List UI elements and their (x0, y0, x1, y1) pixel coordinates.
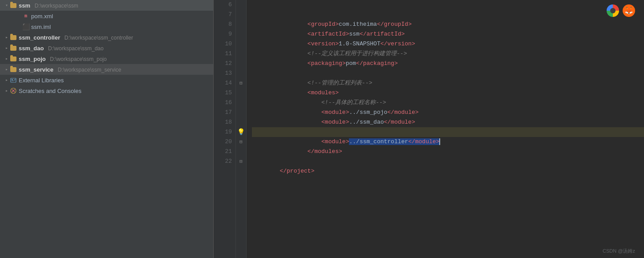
gutter-16 (236, 98, 246, 108)
spacer (16, 13, 22, 19)
code-line-6 (252, 0, 644, 10)
svg-rect-1 (12, 79, 13, 80)
ssm-pojo-label: ssm_pojo D:\workspace\ssm_pojo (19, 56, 107, 62)
code-line-19[interactable]: <module>../ssm_controller</module> (252, 127, 644, 137)
browser-icons: 🦊 (607, 4, 635, 17)
code-line-15: <!--具体的工程名称--> (252, 88, 644, 98)
ssm-label: ssm D:\workspace\ssm (19, 2, 78, 9)
scratches-label: Scratches and Consoles (19, 88, 81, 94)
code-line-17: <module>../ssm_dao</module> (252, 108, 644, 117)
chevron-ssm-dao (4, 45, 10, 51)
line-num-15: 15 (214, 88, 232, 98)
line-num-11: 11 (214, 49, 232, 59)
svg-rect-5 (14, 80, 15, 81)
gutter-8 (236, 20, 246, 29)
gutter-15 (236, 88, 246, 98)
chevron-ssm-pojo (4, 56, 10, 62)
line-num-22: 22 (214, 157, 232, 166)
line-num-9: 9 (214, 29, 232, 39)
line-num-6: 6 (214, 0, 232, 10)
sidebar-item-iml[interactable]: ⬛ ssm.iml (0, 21, 213, 32)
chevron-ssm-service (4, 66, 10, 73)
gutter-11 (236, 49, 246, 59)
code-line-12 (252, 59, 644, 69)
code-line-10: <!--定义该工程用于进行构建管理--> (252, 39, 644, 49)
gutter-7 (236, 10, 246, 20)
code-line-16: <module>../ssm_pojo</module> (252, 98, 644, 108)
scratches-icon (10, 87, 17, 94)
line-num-17: 17 (214, 108, 232, 117)
code-line-11: <packaging>pom</packaging> (252, 49, 644, 59)
code-line-7: <groupId>com.itheima</groupId> (252, 10, 644, 20)
gutter-12 (236, 59, 246, 69)
fold-icon-22[interactable]: ⊟ (239, 157, 243, 166)
code-line-8: <artifactId>ssm</artifactId> (252, 20, 644, 29)
code-line-22: </project> (252, 157, 644, 166)
sidebar-item-pom[interactable]: m pom.xml (0, 11, 213, 21)
folder-icon-ssm (10, 2, 17, 9)
gutter-20: ⊟ (236, 137, 246, 147)
sidebar-item-ssm-controller[interactable]: ssm_controller D:\workspace\ssm_controll… (0, 32, 213, 43)
gutter-17 (236, 108, 246, 117)
chrome-icon[interactable] (607, 4, 619, 17)
fold-icon-14[interactable]: ⊟ (239, 78, 243, 88)
gutter-19: 💡 (236, 127, 246, 137)
sidebar-item-ssm-dao[interactable]: ssm_dao D:\workspace\ssm_dao (0, 43, 213, 53)
line-num-10: 10 (214, 39, 232, 49)
gutter-9 (236, 29, 246, 39)
code-line-20: </modules> (252, 137, 644, 147)
folder-icon-ssm-dao (10, 44, 17, 52)
code-editor: 6 7 8 9 10 11 12 13 14 15 16 17 18 19 20… (214, 0, 644, 258)
code-content[interactable]: <groupId>com.itheima</groupId> <artifact… (247, 0, 644, 258)
svg-rect-0 (11, 78, 16, 82)
svg-rect-2 (12, 81, 14, 81)
svg-rect-4 (14, 79, 16, 80)
line-num-20: 20 (214, 137, 232, 147)
line-num-21: 21 (214, 147, 232, 157)
gutter-22: ⊟ (236, 157, 246, 166)
external-lib-icon (10, 77, 17, 84)
sidebar-item-ssm-pojo[interactable]: ssm_pojo D:\workspace\ssm_pojo (0, 53, 213, 64)
line-num-18: 18 (214, 117, 232, 127)
sidebar-item-external-libraries[interactable]: External Libraries (0, 75, 213, 85)
line-num-12: 12 (214, 59, 232, 69)
pom-file-icon: m (22, 12, 29, 20)
line-numbers: 6 7 8 9 10 11 12 13 14 15 16 17 18 19 20… (214, 0, 236, 258)
credit-text: CSDN @汤姆z (603, 248, 635, 254)
line-num-13: 13 (214, 69, 232, 78)
folder-icon-ssm-pojo (10, 55, 17, 62)
project-sidebar: ssm D:\workspace\ssm m pom.xml ⬛ ssm.iml… (0, 0, 214, 258)
iml-label: ssm.iml (31, 24, 51, 30)
gutter-13 (236, 69, 246, 78)
svg-rect-3 (14, 78, 14, 82)
code-line-14: <modules> (252, 78, 644, 88)
sidebar-item-ssm-service[interactable]: ssm_service D:\workspace\ssm_service (0, 64, 213, 75)
ssm-controller-label: ssm_controller D:\workspace\ssm_controll… (19, 34, 133, 41)
external-lib-label: External Libraries (19, 77, 64, 84)
gutter: ⊟ 💡 ⊟ ⊟ (236, 0, 247, 258)
sidebar-item-ssm[interactable]: ssm D:\workspace\ssm (0, 0, 213, 11)
line-num-14: 14 (214, 78, 232, 88)
gutter-21 (236, 147, 246, 157)
chevron-ssm (4, 2, 10, 8)
chevron-external (4, 77, 10, 83)
chevron-scratches (4, 88, 10, 94)
pom-label: pom.xml (31, 13, 53, 20)
ssm-dao-label: ssm_dao D:\workspace\ssm_dao (19, 45, 104, 52)
gutter-6 (236, 0, 246, 10)
line-num-8: 8 (214, 20, 232, 29)
code-line-18: <module>../ssm_service</module> (252, 117, 644, 127)
firefox-icon[interactable]: 🦊 (623, 4, 635, 17)
line-num-19: 19 (214, 127, 232, 137)
code-line-13: <!--管理的工程列表--> (252, 69, 644, 78)
code-line-21 (252, 147, 644, 157)
fold-icon-20[interactable]: ⊟ (239, 137, 243, 147)
line-num-16: 16 (214, 98, 232, 108)
gutter-10 (236, 39, 246, 49)
ssm-service-label: ssm_service D:\workspace\ssm_service (19, 66, 121, 73)
gutter-14: ⊟ (236, 78, 246, 88)
gutter-18 (236, 117, 246, 127)
folder-icon-ssm-service (10, 66, 17, 73)
sidebar-item-scratches[interactable]: Scratches and Consoles (0, 85, 213, 96)
spacer (16, 24, 22, 30)
